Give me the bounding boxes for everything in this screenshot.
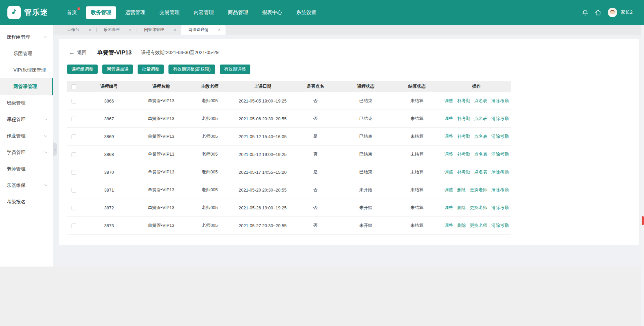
nav-item[interactable]: 商品管理 xyxy=(223,6,253,19)
row-action-link[interactable]: 清除考勤 xyxy=(491,116,509,122)
settlement-status: 未结算 xyxy=(391,222,443,229)
row-action-link[interactable]: 清除考勤 xyxy=(491,222,509,229)
nav-item[interactable]: 交易管理 xyxy=(154,6,185,19)
row-action-link[interactable]: 点名表 xyxy=(474,169,487,175)
settlement-status: 未结算 xyxy=(391,169,443,175)
row-actions: 调整补考勤点名表清除考勤 xyxy=(443,116,510,122)
row-action-link[interactable]: 点名表 xyxy=(474,133,487,139)
row-action-link[interactable]: 补考勤 xyxy=(457,116,470,122)
page-tab[interactable]: 网管课管理 × xyxy=(137,25,181,35)
row-action-link[interactable]: 更换老师 xyxy=(470,222,487,229)
row-action-link[interactable]: 点名表 xyxy=(474,116,487,122)
row-action-link[interactable]: 调整 xyxy=(444,116,453,122)
course-id: 3872 xyxy=(81,205,138,210)
row-action-link[interactable]: 删除 xyxy=(457,205,466,211)
sidebar-item[interactable]: 作业管理 xyxy=(0,128,53,144)
page-tab[interactable]: 工作台 × xyxy=(60,25,96,35)
sidebar-item[interactable]: 课程管理 xyxy=(0,111,53,128)
row-action-link[interactable]: 点名表 xyxy=(474,151,487,157)
row-action-link[interactable]: 调整 xyxy=(444,169,453,175)
tab-label: 乐团管理 xyxy=(104,27,120,33)
close-icon[interactable]: × xyxy=(89,28,91,32)
page-tab[interactable]: 网管课详情 × xyxy=(181,25,226,35)
course-status: 未开始 xyxy=(341,222,391,229)
row-action-link[interactable]: 删除 xyxy=(457,222,466,229)
row-checkbox[interactable] xyxy=(71,223,76,228)
close-icon[interactable]: × xyxy=(218,28,221,32)
brand[interactable]: 管乐迷 xyxy=(7,6,48,19)
toolbar-button[interactable]: 有效期调整(高权限) xyxy=(168,65,215,74)
page-tab[interactable]: 乐团管理 × xyxy=(96,25,137,35)
row-action-link[interactable]: 调整 xyxy=(444,151,453,157)
row-action-link[interactable]: 清除考勤 xyxy=(491,205,509,211)
sidebar-item[interactable]: 乐团管理 xyxy=(0,45,53,62)
row-action-link[interactable]: 调整 xyxy=(444,222,453,229)
sidebar-item[interactable]: 课程组管理 xyxy=(0,29,53,45)
row-action-link[interactable]: 调整 xyxy=(444,133,453,139)
row-checkbox[interactable] xyxy=(71,152,76,157)
column-header: 结算状态 xyxy=(391,83,443,89)
row-checkbox[interactable] xyxy=(71,170,76,175)
user-name[interactable]: 家长2 xyxy=(621,9,633,15)
row-action-link[interactable]: 清除考勤 xyxy=(491,98,509,104)
toolbar-button[interactable]: 课程组调整 xyxy=(67,65,98,74)
back-arrow-icon: ← xyxy=(69,50,75,55)
row-action-link[interactable]: 清除考勤 xyxy=(491,169,509,175)
sidebar-item[interactable]: 乐器维保 xyxy=(0,177,53,194)
row-action-link[interactable]: 补考勤 xyxy=(457,98,470,104)
select-all-checkbox[interactable] xyxy=(71,84,76,89)
nav-item-label: 教务管理 xyxy=(91,9,111,15)
close-icon[interactable]: × xyxy=(174,28,176,32)
sidebar-item[interactable]: 考级报名 xyxy=(0,194,53,210)
table-row: 3871 单簧管•VIP13 老师005 2021-05-20 20:30~20… xyxy=(67,181,511,199)
sidebar-item[interactable]: VIP/乐理课管理 xyxy=(0,62,53,78)
teacher-name: 老师005 xyxy=(185,116,235,122)
chevron-up-icon xyxy=(44,36,48,40)
row-action-link[interactable]: 更换老师 xyxy=(470,187,487,193)
sidebar-item[interactable]: 网管课管理 xyxy=(0,78,53,95)
nav-item[interactable]: 系统设置 xyxy=(291,6,321,19)
row-action-link[interactable]: 补考勤 xyxy=(457,151,470,157)
back-button[interactable]: ← 返回 xyxy=(69,50,87,56)
scrollbar-thumb[interactable] xyxy=(642,216,644,225)
row-action-link[interactable]: 清除考勤 xyxy=(491,151,509,157)
close-icon[interactable]: × xyxy=(129,28,132,32)
nav-item[interactable]: 报表中心 xyxy=(257,6,287,19)
nav-item[interactable]: 运营管理 xyxy=(120,6,150,19)
sidebar-item[interactable]: 班级管理 xyxy=(0,95,53,111)
nav-item[interactable]: 首页 xyxy=(62,6,82,19)
nav-item[interactable]: 内容管理 xyxy=(189,6,219,19)
row-action-link[interactable]: 更换老师 xyxy=(470,205,487,211)
divider xyxy=(92,50,92,55)
sidebar-collapse-handle[interactable]: ‹ xyxy=(53,142,57,156)
row-action-link[interactable]: 补考勤 xyxy=(457,169,470,175)
home-icon[interactable] xyxy=(595,9,602,16)
row-action-link[interactable]: 补考勤 xyxy=(457,133,470,139)
course-name: 单簧管•VIP13 xyxy=(138,222,185,229)
row-action-link[interactable]: 调整 xyxy=(444,205,453,211)
row-checkbox[interactable] xyxy=(71,188,76,193)
toolbar-button[interactable]: 网管课加课 xyxy=(102,65,133,74)
notification-dot-icon xyxy=(78,7,80,10)
row-action-link[interactable]: 删除 xyxy=(457,187,466,193)
row-checkbox[interactable] xyxy=(71,206,76,210)
bell-icon[interactable] xyxy=(582,9,589,16)
row-action-link[interactable]: 点名表 xyxy=(474,98,487,104)
row-action-link[interactable]: 调整 xyxy=(444,98,453,104)
row-actions: 调整补考勤点名表清除考勤 xyxy=(443,98,510,104)
nav-item[interactable]: 教务管理 xyxy=(86,6,116,19)
scrollbar-track[interactable] xyxy=(641,25,644,326)
row-action-link[interactable]: 清除考勤 xyxy=(491,187,509,193)
sidebar-item[interactable]: 老师管理 xyxy=(0,161,53,177)
row-checkbox[interactable] xyxy=(71,134,76,139)
row-checkbox[interactable] xyxy=(71,117,76,121)
toolbar-button[interactable]: 批量调整 xyxy=(138,65,164,74)
user-avatar[interactable] xyxy=(608,8,617,17)
toolbar-button[interactable]: 有效期调整 xyxy=(220,65,250,74)
row-actions: 调整删除更换老师清除考勤 xyxy=(443,222,510,229)
row-action-link[interactable]: 清除考勤 xyxy=(491,133,509,139)
sidebar-item[interactable]: 学员管理 xyxy=(0,144,53,161)
class-date: 2021-05-06 20:30~20:55 xyxy=(235,116,290,121)
row-action-link[interactable]: 调整 xyxy=(444,187,453,193)
row-checkbox[interactable] xyxy=(71,99,76,104)
